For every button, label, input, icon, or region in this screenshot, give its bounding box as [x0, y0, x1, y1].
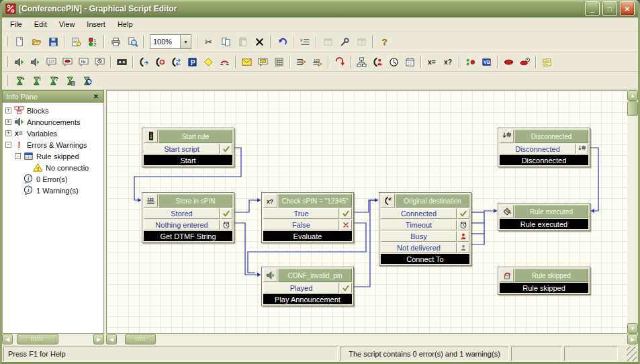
tree-item-1-warning-s[interactable]: i1 Warning(s): [3, 185, 103, 196]
block-action[interactable]: Rule skipped: [500, 283, 588, 293]
zoom-combo[interactable]: 100%▼: [150, 34, 191, 49]
tools-button[interactable]: [336, 34, 353, 49]
branch-connected[interactable]: Connected: [381, 208, 469, 219]
announce-timed-button[interactable]: [517, 54, 533, 69]
block-action[interactable]: Connect To: [381, 254, 469, 264]
minimize-button[interactable]: _: [585, 1, 600, 16]
cut-button[interactable]: ✂: [201, 34, 217, 49]
menu-edit[interactable]: Edit: [28, 19, 53, 30]
delete-button[interactable]: [251, 34, 267, 49]
announce-lips-button[interactable]: [501, 54, 516, 69]
maximize-button[interactable]: □: [602, 1, 617, 16]
canvas-hscrollbar[interactable]: ◀ ▶: [106, 334, 638, 345]
expander-icon[interactable]: +: [5, 130, 11, 136]
new-document-button[interactable]: [11, 34, 28, 49]
branch-start-script[interactable]: Start script: [144, 144, 232, 154]
script-canvas[interactable]: Start ruleStart scriptStartDisconnectedD…: [106, 90, 627, 334]
call-contact-button[interactable]: [370, 54, 385, 69]
scrollbar-track[interactable]: [627, 117, 638, 323]
tree-item-0-error-s[interactable]: i0 Error(s): [3, 173, 103, 185]
resize-grip[interactable]: [627, 347, 637, 361]
scrollbar-thumb[interactable]: [627, 101, 638, 116]
scrollbar-track[interactable]: [13, 334, 93, 345]
block-rule-executed[interactable]: Rule executedRule executed: [498, 203, 590, 231]
branch-false[interactable]: False: [263, 220, 352, 230]
block-action[interactable]: Get DTMF String: [144, 231, 232, 241]
chevron-down-icon[interactable]: ▼: [180, 35, 191, 48]
menu-file[interactable]: File: [4, 19, 28, 30]
branch-timeout[interactable]: Timeout: [381, 220, 469, 230]
branch-disconnected[interactable]: Disconnected: [500, 144, 588, 154]
rule-delete-button[interactable]: [62, 73, 78, 88]
say-digits-button[interactable]: 123: [44, 54, 59, 69]
vb-script-button[interactable]: VB: [479, 54, 494, 69]
branch-stored[interactable]: Stored: [144, 208, 232, 219]
save-button[interactable]: [45, 34, 61, 49]
menu-help[interactable]: Help: [111, 19, 139, 30]
decision-button[interactable]: [201, 54, 216, 69]
toolbar-grip[interactable]: [5, 56, 8, 67]
branch-played[interactable]: Played: [263, 283, 352, 293]
scroll-right-button[interactable]: ▶: [627, 334, 638, 345]
branch-true[interactable]: True: [263, 208, 352, 219]
menu-insert[interactable]: Insert: [81, 19, 111, 30]
tree-item-blocks[interactable]: +Blocks: [3, 105, 103, 116]
help-button[interactable]: ?: [376, 34, 392, 49]
tree-item-announcements[interactable]: +Announcements: [3, 116, 103, 128]
say-number-button[interactable]: №: [76, 54, 91, 69]
rule-warning-button[interactable]: !: [28, 73, 44, 88]
block-action[interactable]: Start: [144, 155, 232, 165]
say-time-button[interactable]: [92, 54, 107, 69]
wait-time-button[interactable]: [386, 54, 402, 69]
assign-variable-button[interactable]: x=: [424, 54, 440, 69]
paste-button[interactable]: [234, 34, 250, 49]
block-action[interactable]: Rule executed: [500, 219, 588, 229]
block-action[interactable]: Disconnected: [500, 155, 588, 165]
get-dtmf-button[interactable]: [293, 54, 309, 69]
announcement-play-alt-button[interactable]: [28, 54, 43, 69]
send-email-button[interactable]: [239, 54, 255, 69]
renumber-blocks-button[interactable]: 12: [85, 34, 101, 49]
hangup-button[interactable]: [332, 54, 347, 69]
block-action[interactable]: Evaluate: [263, 231, 352, 241]
voicemail-button[interactable]: [255, 54, 271, 69]
expander-icon[interactable]: -: [5, 142, 11, 148]
script-properties-button[interactable]: [68, 34, 84, 49]
block-list-button[interactable]: x: [297, 34, 313, 49]
block-start-rule[interactable]: Start ruleStart scriptStart: [142, 128, 234, 167]
scroll-up-button[interactable]: ▲: [627, 90, 638, 101]
block-original-destination[interactable]: Original destinationConnectedTimeoutBusy…: [379, 192, 471, 266]
branch-not-delivered[interactable]: Not delivered: [381, 242, 469, 253]
tree-item-no-connectio[interactable]: !No connectio: [3, 162, 103, 173]
connect-to-button[interactable]: [354, 54, 369, 69]
info-pane-hscrollbar[interactable]: ◀ ▶: [2, 334, 104, 345]
undo-button[interactable]: [274, 34, 290, 49]
close-icon[interactable]: ✕: [92, 93, 100, 100]
expander-icon[interactable]: -: [15, 153, 21, 159]
transfer-call-button[interactable]: [169, 54, 184, 69]
park-call-button[interactable]: P: [185, 54, 200, 69]
block-disconnected[interactable]: DisconnectedDisconnectedDisconnected: [498, 128, 590, 167]
block-store-in-spin[interactable]: 123Store in sPINStoredNothing enteredGet…: [142, 192, 234, 243]
calendar-button[interactable]: [402, 54, 418, 69]
block-action[interactable]: Play Announcement: [263, 294, 352, 304]
expander-icon[interactable]: +: [5, 107, 11, 113]
print-preview-button[interactable]: [124, 34, 140, 49]
note-button[interactable]: [539, 54, 555, 69]
say-text-button[interactable]: [60, 54, 75, 69]
evaluate-variable-button[interactable]: x?: [441, 54, 456, 69]
branch-nothing-entered[interactable]: Nothing entered: [144, 220, 232, 230]
answer-call-button[interactable]: [136, 54, 152, 69]
close-button[interactable]: ✕: [620, 1, 635, 16]
tree-item-errors-warnings[interactable]: -!Errors & Warnings: [3, 139, 103, 150]
toolbar-grip[interactable]: [5, 36, 8, 47]
tree-item-rule-skipped[interactable]: -Rule skipped: [3, 150, 103, 162]
info-pane-header[interactable]: Info Pane ✕: [2, 90, 104, 102]
scroll-right-button[interactable]: ▶: [93, 334, 104, 345]
scroll-left-button[interactable]: ◀: [2, 334, 13, 345]
rule-help-button[interactable]: ?: [45, 73, 61, 88]
branch-button[interactable]: [463, 54, 478, 69]
scrollbar-track[interactable]: [117, 334, 627, 345]
rule-redo-button[interactable]: [79, 73, 95, 88]
rule-add-button[interactable]: +: [11, 73, 28, 88]
